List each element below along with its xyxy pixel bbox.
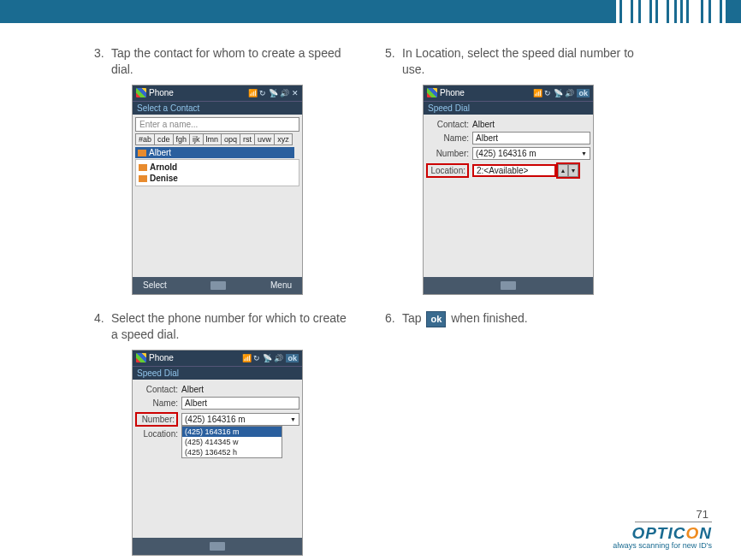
shot1-subheader: Select a Contact (133, 101, 302, 115)
page-number-rule (635, 522, 712, 522)
start-icon (136, 353, 146, 363)
ok-button[interactable]: ok (286, 354, 299, 363)
contact-item[interactable]: Arnold (139, 162, 296, 173)
contact-item-selected[interactable]: Albert (149, 148, 171, 157)
contact-value: Albert (181, 385, 204, 394)
screenshot-location-select: Phone 📶 ↻ 📡 🔊 ok Speed Dial Contact:Albe… (423, 85, 594, 295)
shot1-status-icons: 📶 ↻ 📡 🔊 ✕ (248, 89, 299, 97)
location-spinner[interactable]: 2:<Available> (472, 164, 556, 177)
step-6-number: 6. (385, 310, 402, 327)
right-column: 5. In Location, select the speed dial nu… (385, 45, 642, 560)
dropdown-item[interactable]: (425) 136452 h (182, 447, 282, 457)
screenshot-contact-list: Phone 📶 ↻ 📡 🔊 ✕ Select a Contact Enter a… (132, 85, 303, 295)
keyboard-icon[interactable] (501, 281, 516, 290)
number-dropdown[interactable]: (425) 164316 m▼ (472, 147, 590, 160)
keyboard-icon[interactable] (210, 281, 226, 290)
keyboard-icon[interactable] (210, 542, 225, 551)
shot3-title: Phone (440, 88, 465, 97)
page-number: 71 (697, 508, 708, 521)
shot2-title: Phone (149, 353, 174, 363)
step-3-number: 3. (94, 45, 111, 78)
ok-button-inline: ok (426, 311, 446, 327)
name-input[interactable]: Albert (472, 132, 590, 144)
alpha-tabs[interactable]: #abcdefghijklmnopqrstuvwxyz (135, 133, 299, 145)
step-4-number: 4. (94, 310, 111, 343)
start-icon (136, 88, 146, 97)
step-3-text: Tap the contact for whom to create a spe… (111, 45, 351, 78)
contact-value: Albert (472, 120, 495, 129)
barcode-decoration (614, 0, 726, 23)
softkey-select[interactable]: Select (143, 280, 167, 290)
shot2-subheader: Speed Dial (133, 366, 302, 380)
ok-button[interactable]: ok (577, 89, 590, 97)
left-column: 3. Tap the contact for whom to create a … (94, 45, 351, 560)
number-dropdown[interactable]: (425) 164316 m▼ (181, 413, 299, 426)
name-input[interactable]: Albert (181, 397, 299, 410)
step-5-number: 5. (385, 45, 402, 78)
brand-tagline: always scanning for new ID's (613, 541, 712, 550)
brand-footer: OPTICON always scanning for new ID's (613, 524, 712, 550)
contact-search-input[interactable]: Enter a name... (135, 117, 299, 132)
shot3-subheader: Speed Dial (424, 101, 593, 115)
location-spin-buttons[interactable]: ▲▼ (556, 162, 580, 179)
step-5: 5. In Location, select the speed dial nu… (385, 45, 642, 295)
step-6: 6. Tap ok when finished. (385, 310, 642, 327)
shot1-title: Phone (149, 88, 174, 97)
screenshot-number-select: Phone 📶 ↻ 📡 🔊 ok Speed Dial Contact:Albe… (132, 350, 303, 556)
step-6-text: Tap ok when finished. (402, 310, 642, 327)
step-4-text: Select the phone number for which to cre… (111, 310, 351, 343)
dropdown-item[interactable]: (425) 414345 w (182, 437, 282, 447)
softkey-menu[interactable]: Menu (270, 280, 292, 290)
step-3: 3. Tap the contact for whom to create a … (94, 45, 351, 295)
step-5-text: In Location, select the speed dial numbe… (402, 45, 642, 78)
step-4: 4. Select the phone number for which to … (94, 310, 351, 556)
dropdown-item-selected[interactable]: (425) 164316 m (182, 427, 282, 437)
shot3-status-icons: 📶 ↻ 📡 🔊 ok (533, 89, 590, 97)
page-top-bar (0, 0, 741, 23)
contact-item[interactable]: Denise (139, 173, 296, 184)
shot2-status-icons: 📶 ↻ 📡 🔊 ok (242, 354, 299, 363)
start-icon (427, 88, 437, 97)
